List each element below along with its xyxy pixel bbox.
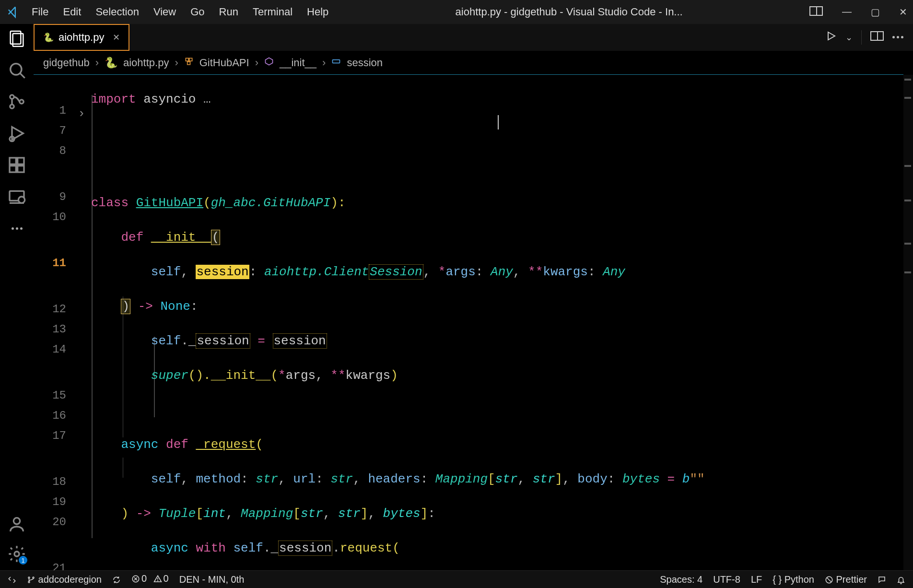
main-menu: File Edit Selection View Go Run Terminal… — [32, 6, 328, 18]
svg-rect-20 — [189, 58, 192, 61]
source-control-icon[interactable] — [7, 92, 26, 111]
indentation-status[interactable]: Spaces: 4 — [660, 574, 702, 585]
search-icon[interactable] — [7, 60, 26, 80]
eol-status[interactable]: LF — [751, 574, 762, 585]
tab-aiohttp[interactable]: 🐍 aiohttp.py ✕ — [34, 24, 129, 51]
svg-marker-22 — [265, 58, 272, 65]
menu-go[interactable]: Go — [190, 6, 204, 18]
menu-help[interactable]: Help — [307, 6, 328, 18]
maximize-button[interactable]: ▢ — [871, 6, 880, 18]
variable-symbol-icon — [331, 57, 341, 69]
settings-gear-icon[interactable] — [7, 544, 26, 564]
menu-terminal[interactable]: Terminal — [253, 6, 293, 18]
svg-point-24 — [28, 577, 30, 578]
folding-column[interactable]: › — [72, 75, 91, 153]
menu-edit[interactable]: Edit — [63, 6, 81, 18]
chevron-right-icon: › — [175, 57, 178, 69]
svg-point-2 — [11, 64, 22, 75]
menu-run[interactable]: Run — [219, 6, 238, 18]
close-window-button[interactable]: ✕ — [899, 6, 907, 18]
breadcrumb-folder[interactable]: gidgethub — [43, 57, 90, 69]
breadcrumb-variable[interactable]: session — [347, 57, 383, 69]
breadcrumb-method[interactable]: __init__ — [280, 57, 316, 69]
svg-rect-12 — [18, 158, 24, 164]
svg-rect-21 — [187, 61, 190, 64]
line-number-gutter[interactable]: 178 910 11 121314 151617 181920 212223 2… — [34, 75, 72, 570]
svg-point-4 — [10, 95, 14, 99]
overflow-icon[interactable] — [7, 219, 26, 238]
editor-mode[interactable]: DEN - MIN, 0th — [179, 574, 245, 585]
problems-indicator[interactable]: 0 0 — [131, 573, 169, 586]
overview-ruler[interactable] — [903, 75, 913, 570]
svg-point-15 — [18, 197, 24, 203]
svg-point-25 — [28, 581, 30, 583]
breadcrumb-file[interactable]: aiohttp.py — [123, 57, 169, 69]
title-bar: File Edit Selection View Go Run Terminal… — [0, 0, 913, 24]
run-file-icon[interactable] — [825, 30, 837, 44]
git-branch[interactable]: addcoderegion — [27, 574, 102, 585]
svg-point-16 — [13, 518, 20, 524]
window-title: aiohttp.py - gidgethub - Visual Studio C… — [341, 6, 797, 18]
minimize-button[interactable]: — — [842, 6, 852, 18]
menu-file[interactable]: File — [32, 6, 48, 18]
breadcrumb[interactable]: gidgethub › 🐍 aiohttp.py › GitHubAPI › _… — [34, 51, 903, 75]
accounts-icon[interactable] — [7, 515, 26, 534]
svg-marker-18 — [828, 32, 835, 40]
more-actions-icon[interactable] — [892, 36, 903, 38]
encoding-status[interactable]: UTF-8 — [713, 574, 740, 585]
svg-line-34 — [827, 578, 831, 582]
remote-indicator[interactable] — [8, 574, 16, 585]
class-symbol-icon — [184, 57, 194, 69]
remote-explorer-icon[interactable] — [7, 187, 26, 206]
breadcrumb-class[interactable]: GitHubAPI — [199, 57, 249, 69]
activity-bar — [0, 24, 34, 570]
close-tab-icon[interactable]: ✕ — [113, 32, 120, 43]
sync-icon[interactable] — [112, 574, 121, 585]
svg-point-17 — [14, 552, 19, 556]
python-file-icon: 🐍 — [105, 57, 117, 69]
separator — [861, 30, 862, 45]
prettier-status[interactable]: Prettier — [825, 574, 867, 585]
run-dropdown-icon[interactable]: ⌄ — [845, 32, 853, 43]
split-editor-icon[interactable] — [870, 31, 884, 43]
explorer-icon[interactable] — [7, 29, 26, 48]
svg-rect-23 — [333, 59, 340, 63]
editor-actions: ⌄ — [825, 30, 913, 45]
code-content[interactable]: import asyncio … class GitHubAPI(gh_abc.… — [91, 75, 893, 588]
menu-selection[interactable]: Selection — [95, 6, 139, 18]
editor-tabs: 🐍 aiohttp.py ✕ ⌄ — [34, 24, 913, 51]
feedback-icon[interactable] — [878, 574, 886, 585]
fold-collapsed-icon[interactable]: › — [72, 104, 91, 124]
chevron-right-icon: › — [95, 57, 99, 69]
svg-line-3 — [20, 73, 25, 78]
language-mode[interactable]: { } Python — [773, 574, 814, 585]
code-editor[interactable]: 178 910 11 121314 151617 181920 212223 2… — [34, 75, 903, 570]
status-bar: addcoderegion 0 0 DEN - MIN, 0th Spaces:… — [0, 570, 913, 588]
svg-point-32 — [157, 580, 158, 581]
chevron-right-icon: › — [322, 57, 326, 69]
python-file-icon: 🐍 — [43, 32, 54, 43]
chevron-right-icon: › — [255, 57, 258, 69]
extensions-icon[interactable] — [7, 155, 26, 175]
vscode-logo-icon — [6, 5, 19, 19]
svg-point-5 — [10, 105, 14, 108]
svg-rect-10 — [10, 166, 16, 172]
notifications-icon[interactable] — [897, 574, 905, 585]
layout-toggle-icon[interactable] — [809, 6, 823, 18]
svg-rect-19 — [186, 58, 188, 61]
tab-label: aiohttp.py — [59, 31, 104, 44]
svg-rect-9 — [10, 158, 16, 164]
svg-point-6 — [20, 100, 23, 104]
run-debug-icon[interactable] — [7, 124, 26, 143]
method-symbol-icon — [264, 57, 274, 69]
svg-rect-11 — [18, 166, 24, 172]
svg-point-26 — [33, 577, 34, 578]
menu-view[interactable]: View — [153, 6, 176, 18]
